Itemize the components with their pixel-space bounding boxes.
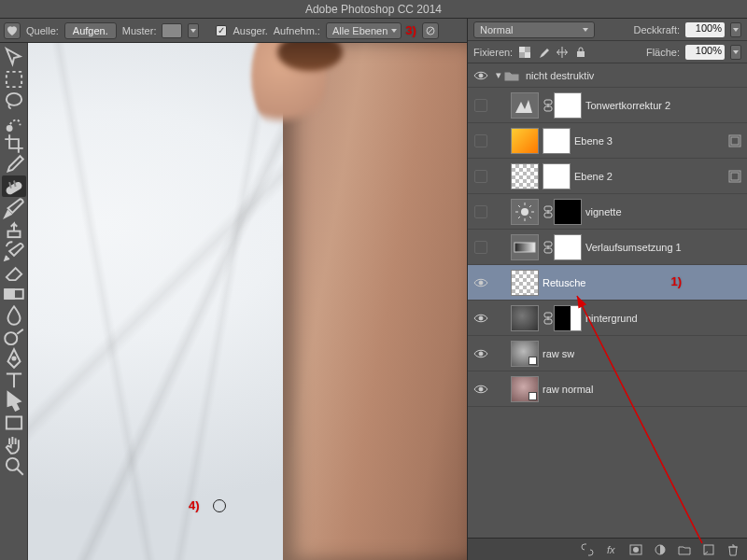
visibility-icon[interactable] <box>468 313 494 324</box>
link-icon[interactable] <box>543 205 554 218</box>
layer-name[interactable]: raw normal <box>543 384 593 395</box>
healing-brush-tool-icon[interactable] <box>2 175 26 197</box>
layer-mask-thumb[interactable] <box>554 305 582 331</box>
lock-all-icon[interactable] <box>574 46 587 59</box>
svg-text:fx: fx <box>607 544 615 555</box>
tool-preset-icon[interactable] <box>4 22 21 39</box>
opacity-scrub-icon[interactable] <box>730 22 741 37</box>
path-select-tool-icon[interactable] <box>2 390 26 412</box>
eyedropper-tool-icon[interactable] <box>2 154 26 175</box>
link-layers-icon[interactable] <box>581 543 594 556</box>
lasso-tool-icon[interactable] <box>2 90 26 111</box>
layer-name[interactable]: Tonwertkorrektur 2 <box>585 100 670 111</box>
opacity-field[interactable]: 100% <box>685 22 725 37</box>
disclosure-icon[interactable]: ▾ <box>494 69 503 81</box>
source-sampled-button[interactable]: Aufgen. <box>64 22 117 39</box>
layer-thumb[interactable] <box>511 128 539 154</box>
layer-mask-thumb[interactable] <box>543 163 571 189</box>
marquee-tool-icon[interactable] <box>2 68 26 90</box>
visibility-icon[interactable] <box>474 241 487 254</box>
aligned-checkbox[interactable] <box>216 25 227 36</box>
visibility-icon[interactable] <box>468 277 494 288</box>
dodge-tool-icon[interactable] <box>2 326 26 347</box>
brightness-icon <box>511 199 539 225</box>
history-brush-tool-icon[interactable] <box>2 240 26 261</box>
shape-tool-icon[interactable] <box>2 412 26 433</box>
lock-position-icon[interactable] <box>556 46 569 59</box>
layer-thumb[interactable] <box>511 163 539 189</box>
layer-row[interactable]: raw normal <box>468 371 747 407</box>
new-layer-icon[interactable] <box>702 543 715 556</box>
annotation-1: 1) <box>670 274 682 288</box>
layer-name[interactable]: Retusche <box>543 277 585 288</box>
lock-pixels-icon[interactable] <box>537 46 550 59</box>
link-icon[interactable] <box>543 241 554 254</box>
blend-mode-dropdown[interactable]: Normal <box>473 21 595 38</box>
layer-name[interactable]: Verlaufsumsetzung 1 <box>585 242 682 253</box>
layers-panel: Normal Deckkraft: 100% Fixieren: Fläche:… <box>467 19 747 560</box>
pattern-menu-icon[interactable] <box>188 23 199 38</box>
hand-tool-icon[interactable] <box>2 433 26 455</box>
type-tool-icon[interactable] <box>2 369 26 390</box>
pen-tool-icon[interactable] <box>2 347 26 369</box>
layer-row[interactable]: Retusche 1) <box>468 265 747 301</box>
link-icon[interactable] <box>543 99 554 112</box>
visibility-icon[interactable] <box>468 384 494 395</box>
svg-point-49 <box>479 352 483 356</box>
visibility-icon[interactable] <box>474 99 487 112</box>
layer-name[interactable]: raw sw <box>543 348 574 359</box>
ignore-adjustment-icon[interactable] <box>422 22 439 39</box>
zoom-tool-icon[interactable] <box>2 455 26 476</box>
svg-rect-18 <box>525 52 530 58</box>
gradient-tool-icon[interactable] <box>2 283 26 304</box>
layer-mask-thumb[interactable] <box>554 234 582 260</box>
layer-row[interactable]: Ebene 2 <box>468 159 747 194</box>
new-group-icon[interactable] <box>678 543 691 556</box>
lock-transparent-icon[interactable] <box>518 46 531 59</box>
fill-scrub-icon[interactable] <box>730 45 741 60</box>
document-canvas[interactable]: 4) <box>28 43 467 560</box>
layer-mask-icon[interactable] <box>629 543 642 556</box>
delete-layer-icon[interactable] <box>726 543 740 556</box>
layer-style-icon[interactable]: fx <box>605 543 618 556</box>
layer-thumb[interactable] <box>511 341 539 367</box>
layer-name[interactable]: hintergrund <box>585 313 638 324</box>
visibility-icon[interactable] <box>474 170 487 183</box>
layer-row[interactable]: raw sw <box>468 336 747 371</box>
advanced-blend-icon <box>728 134 741 147</box>
adjustment-layer-icon[interactable] <box>654 543 667 556</box>
fill-field[interactable]: 100% <box>685 45 725 60</box>
layer-row[interactable]: vignette <box>468 194 747 230</box>
move-tool-icon[interactable] <box>2 47 26 68</box>
eraser-tool-icon[interactable] <box>2 261 26 283</box>
link-icon[interactable] <box>543 312 554 325</box>
blur-tool-icon[interactable] <box>2 304 26 326</box>
clone-stamp-tool-icon[interactable] <box>2 218 26 240</box>
layer-row[interactable]: Ebene 3 <box>468 123 747 159</box>
visibility-icon[interactable] <box>468 348 494 359</box>
layer-row[interactable]: hintergrund <box>468 301 747 336</box>
layer-thumb[interactable] <box>511 270 539 296</box>
layer-group-row[interactable]: ▾ nicht destruktiv <box>468 63 747 88</box>
sample-dropdown[interactable]: Alle Ebenen <box>326 22 402 39</box>
pattern-swatch[interactable] <box>162 23 182 38</box>
layer-row[interactable]: Verlaufsumsetzung 1 <box>468 230 747 265</box>
svg-rect-19 <box>577 51 585 57</box>
layer-row[interactable]: Tonwertkorrektur 2 <box>468 88 747 123</box>
visibility-icon[interactable] <box>474 134 487 147</box>
crop-tool-icon[interactable] <box>2 133 26 154</box>
visibility-icon[interactable] <box>468 70 494 81</box>
layer-mask-thumb[interactable] <box>554 199 582 225</box>
brush-tool-icon[interactable] <box>2 197 26 218</box>
visibility-icon[interactable] <box>474 205 487 218</box>
quick-select-tool-icon[interactable] <box>2 111 26 133</box>
svg-line-33 <box>518 205 520 207</box>
layer-name[interactable]: vignette <box>585 206 622 217</box>
layer-name[interactable]: Ebene 2 <box>574 171 613 182</box>
layer-name[interactable]: Ebene 3 <box>574 135 613 147</box>
layer-thumb[interactable] <box>511 376 539 402</box>
layer-thumb[interactable] <box>511 305 539 331</box>
layer-mask-thumb[interactable] <box>543 128 571 154</box>
svg-rect-25 <box>731 137 739 145</box>
layer-mask-thumb[interactable] <box>554 92 582 119</box>
